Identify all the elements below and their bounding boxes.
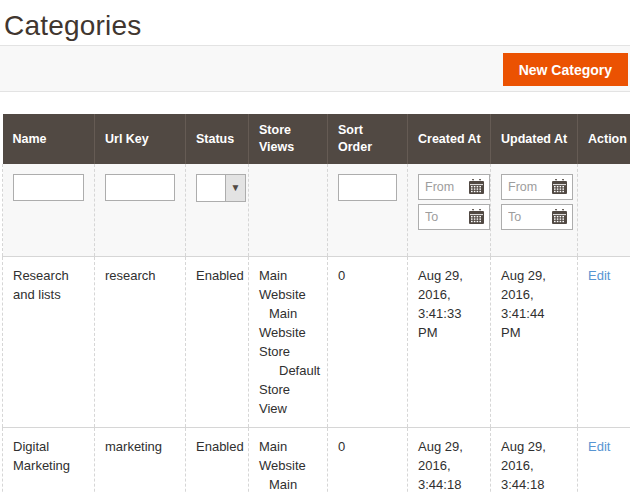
sort-order-filter-input[interactable] — [338, 174, 397, 201]
created-at-to-input[interactable] — [425, 210, 463, 224]
store-view-line: Main Website — [259, 266, 317, 304]
cell-status: Enabled — [186, 257, 249, 428]
table-row: Digital Marketing marketing Enabled Main… — [3, 428, 630, 493]
updated-at-to-field[interactable] — [501, 204, 573, 230]
edit-link[interactable]: Edit — [588, 268, 610, 283]
created-at-from-field[interactable] — [418, 174, 490, 200]
new-category-button[interactable]: New Category — [503, 53, 628, 86]
cell-store-views: Main WebsiteMain Website StoreDefault St… — [249, 257, 328, 428]
calendar-icon[interactable] — [468, 209, 485, 225]
column-header-sort-order[interactable]: Sort Order — [328, 114, 408, 164]
cell-action: Edit — [578, 257, 630, 428]
cell-url-key: research — [95, 257, 186, 428]
cell-created-at: Aug 29, 2016, 3:41:33 PM — [408, 257, 491, 428]
column-header-store-views[interactable]: Store Views — [249, 114, 328, 164]
column-header-action: Action — [578, 114, 630, 164]
status-filter-select[interactable]: ▼ — [196, 174, 246, 202]
categories-grid: Name Url Key Status Store Views Sort Ord… — [2, 114, 630, 493]
name-filter-input[interactable] — [13, 174, 84, 201]
cell-status: Enabled — [186, 428, 249, 493]
cell-name: Digital Marketing — [3, 428, 95, 493]
grid-header-row: Name Url Key Status Store Views Sort Ord… — [3, 114, 630, 164]
url-key-filter-input[interactable] — [105, 174, 175, 201]
store-view-line: Main Website Store — [259, 475, 317, 493]
updated-at-from-field[interactable] — [501, 174, 573, 200]
store-view-line: Main Website — [259, 437, 317, 475]
cell-action: Edit — [578, 428, 630, 493]
column-header-url-key[interactable]: Url Key — [95, 114, 186, 164]
cell-sort-order: 0 — [328, 428, 408, 493]
table-row: Research and lists research Enabled Main… — [3, 257, 630, 428]
cell-name: Research and lists — [3, 257, 95, 428]
calendar-icon[interactable] — [551, 209, 568, 225]
cell-created-at: Aug 29, 2016, 3:44:18 PM — [408, 428, 491, 493]
column-header-name[interactable]: Name — [3, 114, 95, 164]
grid-filter-row: ▼ — [3, 164, 630, 257]
calendar-icon[interactable] — [468, 179, 485, 195]
page-title: Categories — [0, 0, 630, 42]
cell-updated-at: Aug 29, 2016, 3:44:18 PM — [491, 428, 578, 493]
chevron-down-icon: ▼ — [225, 175, 245, 201]
created-at-to-field[interactable] — [418, 204, 490, 230]
updated-at-to-input[interactable] — [508, 210, 546, 224]
calendar-icon[interactable] — [551, 179, 568, 195]
cell-url-key: marketing — [95, 428, 186, 493]
created-at-from-input[interactable] — [425, 180, 463, 194]
store-view-line: Default Store View — [259, 361, 317, 418]
cell-sort-order: 0 — [328, 257, 408, 428]
column-header-status[interactable]: Status — [186, 114, 249, 164]
store-views-filter-empty — [249, 164, 328, 257]
edit-link[interactable]: Edit — [588, 439, 610, 454]
action-filter-empty — [578, 164, 630, 257]
page-actions-toolbar: New Category — [0, 45, 630, 92]
column-header-created-at[interactable]: Created At — [408, 114, 491, 164]
updated-at-from-input[interactable] — [508, 180, 546, 194]
cell-updated-at: Aug 29, 2016, 3:41:44 PM — [491, 257, 578, 428]
cell-store-views: Main WebsiteMain Website StoreDefault St… — [249, 428, 328, 493]
column-header-updated-at[interactable]: Updated At — [491, 114, 578, 164]
store-view-line: Main Website Store — [259, 304, 317, 361]
